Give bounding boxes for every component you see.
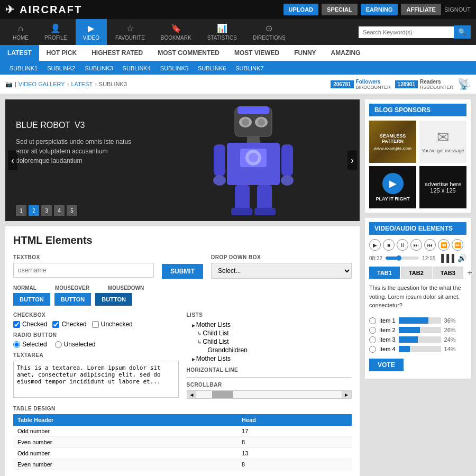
sublink-1[interactable]: SUBLINK1 bbox=[5, 64, 42, 72]
dropdown-select[interactable]: Select... bbox=[211, 263, 352, 279]
svg-rect-16 bbox=[257, 185, 272, 212]
tab-1[interactable]: TAB1 bbox=[369, 267, 400, 279]
breadcrumb-arrow-2: › bbox=[95, 81, 97, 87]
nav-statistics[interactable]: 📊 STATISTICS bbox=[200, 19, 244, 45]
checkbox-1[interactable]: Checked bbox=[13, 321, 47, 328]
tab-3[interactable]: TAB3 bbox=[433, 267, 463, 279]
poll-radio-4[interactable] bbox=[369, 346, 376, 353]
btn-mousedown[interactable]: BUTTON bbox=[95, 293, 132, 306]
nav-bar: ⌂ HOME 👤 PROFILE ▶ VIDEO ☆ FAVOURITE 🔖 B… bbox=[0, 19, 476, 45]
stop-btn[interactable]: ■ bbox=[383, 239, 395, 251]
dot-1[interactable]: 1 bbox=[16, 205, 26, 216]
pause-btn[interactable]: ⏸ bbox=[397, 239, 408, 251]
sublink-2[interactable]: SUBLINK2 bbox=[43, 64, 79, 72]
poll-bar-4 bbox=[399, 346, 410, 352]
table-cell: 8 bbox=[237, 459, 352, 470]
vote-button[interactable]: VOTE bbox=[369, 359, 404, 371]
directions-icon: ⊙ bbox=[266, 23, 272, 33]
checkbox-3[interactable]: Unchecked bbox=[92, 321, 133, 328]
checkbox-2[interactable]: Checked bbox=[52, 321, 86, 328]
grandchild-list: Grandchildren bbox=[197, 346, 352, 354]
sponsor-pattern[interactable]: SEAMLESS PATTERN www.example.com bbox=[369, 121, 416, 163]
breadcrumb-gallery[interactable]: VIDEO GALLERY bbox=[19, 81, 65, 87]
earning-button[interactable]: EARNING bbox=[361, 4, 398, 15]
subnav-funny[interactable]: FUNNY bbox=[287, 45, 323, 61]
rss-icon[interactable]: 📡 bbox=[457, 78, 471, 90]
svg-point-13 bbox=[213, 175, 226, 186]
sublink-3[interactable]: SUBLINK3 bbox=[80, 64, 117, 72]
next-btn[interactable]: ⏩ bbox=[452, 239, 463, 251]
nav-directions[interactable]: ⊙ DIRECTIONS bbox=[245, 19, 293, 45]
volume-icon[interactable]: 🔊 bbox=[457, 254, 466, 262]
radio-selected[interactable]: Selected bbox=[13, 341, 47, 348]
nav-favourite[interactable]: ☆ FAVOURITE bbox=[108, 19, 152, 45]
slider-description: Sed ut perspiciatis unde omnis iste natu… bbox=[16, 137, 132, 166]
sponsor-advertise[interactable]: advertise here 125 x 125 bbox=[419, 166, 466, 208]
play-button-icon[interactable]: ▶ bbox=[382, 173, 404, 194]
special-button[interactable]: SPECIAL bbox=[322, 4, 358, 15]
play-btn[interactable]: ▶ bbox=[369, 239, 381, 251]
home-icon: ⌂ bbox=[18, 24, 23, 33]
sponsor-play[interactable]: ▶ PLAY IT RIGHT bbox=[369, 166, 416, 208]
nav-profile[interactable]: 👤 PROFILE bbox=[37, 19, 75, 45]
slider-image bbox=[147, 99, 360, 221]
search-button[interactable]: 🔍 bbox=[454, 25, 471, 39]
table-cell: 8 bbox=[237, 437, 352, 448]
table-row: Odd number 13 bbox=[13, 448, 352, 459]
upload-button[interactable]: UPLOAD bbox=[283, 4, 318, 15]
btn-normal[interactable]: BUTTON bbox=[13, 293, 50, 306]
slider-next[interactable]: › bbox=[347, 151, 357, 170]
subnav-latest[interactable]: LATEST bbox=[0, 45, 39, 61]
scrollbar-thumb[interactable] bbox=[212, 391, 233, 398]
breadcrumb-latest[interactable]: LATEST bbox=[71, 81, 93, 87]
subnav-commented[interactable]: MOST COMMENTED bbox=[150, 45, 227, 61]
nav-video[interactable]: ▶ VIDEO bbox=[76, 19, 107, 45]
poll-bar-1 bbox=[399, 317, 428, 324]
dot-2[interactable]: 2 bbox=[29, 205, 39, 216]
table-cell: Odd number bbox=[13, 448, 237, 459]
btn-mouseover[interactable]: BUTTON bbox=[54, 293, 91, 306]
svg-rect-1 bbox=[237, 106, 269, 114]
poll-bar-3 bbox=[399, 336, 418, 343]
affiliate-button[interactable]: AFFILIATE bbox=[401, 4, 441, 15]
poll-radio-1[interactable] bbox=[369, 317, 376, 324]
nav-profile-label: PROFILE bbox=[44, 35, 67, 41]
textarea-input[interactable]: This is a textarea. Lorem ipsum dolor si… bbox=[13, 361, 179, 398]
nav-bookmark[interactable]: 🔖 BOOKMARK bbox=[153, 19, 199, 45]
search-input[interactable] bbox=[359, 26, 454, 38]
dot-3[interactable]: 3 bbox=[41, 205, 52, 216]
skip-fwd-btn[interactable]: ⏭ bbox=[410, 239, 422, 251]
subnav-hotpick[interactable]: HOT PICK bbox=[39, 45, 84, 61]
prev-btn[interactable]: ⏪ bbox=[438, 239, 450, 251]
site-name: AIRCRAFT bbox=[20, 4, 82, 16]
dot-5[interactable]: 5 bbox=[67, 205, 77, 216]
sublink-4[interactable]: SUBLINK4 bbox=[118, 64, 155, 72]
slider-prev[interactable]: ‹ bbox=[8, 151, 17, 170]
tab-add-btn[interactable]: + bbox=[464, 268, 475, 278]
subnav-amazing[interactable]: AMAZING bbox=[324, 45, 368, 61]
textbox-input[interactable] bbox=[13, 263, 154, 278]
poll-pct-3: 24% bbox=[444, 336, 456, 343]
dot-4[interactable]: 4 bbox=[54, 205, 65, 216]
subnav-viewed[interactable]: MOST VIEWED bbox=[227, 45, 287, 61]
sublink-7[interactable]: SUBLINK7 bbox=[231, 64, 268, 72]
tab-2[interactable]: TAB2 bbox=[401, 267, 432, 279]
subnav-highest[interactable]: HIGHEST RATED bbox=[84, 45, 150, 61]
sublink-6[interactable]: SUBLINK6 bbox=[194, 64, 230, 72]
scrollbar-right-btn[interactable]: ► bbox=[342, 391, 351, 398]
sponsor-mail[interactable]: ✉ You've got message bbox=[419, 121, 466, 163]
signout-button[interactable]: SIGNOUT bbox=[444, 6, 471, 13]
rew-btn[interactable]: ⏮ bbox=[424, 239, 436, 251]
scrollbar-track[interactable] bbox=[196, 391, 342, 398]
submit-button[interactable]: SUBMIT bbox=[162, 264, 203, 279]
radio-unselected[interactable]: Unselected bbox=[55, 341, 96, 348]
poll-label-4: Item 4 bbox=[379, 346, 396, 352]
progress-handle[interactable] bbox=[396, 255, 401, 261]
sublink-5[interactable]: SUBLINK5 bbox=[156, 64, 193, 72]
readers-num: 128901 bbox=[395, 80, 418, 88]
scrollbar-left-btn[interactable]: ◄ bbox=[187, 391, 197, 398]
poll-radio-3[interactable] bbox=[369, 336, 376, 343]
poll-radio-2[interactable] bbox=[369, 327, 376, 334]
nav-home[interactable]: ⌂ HOME bbox=[5, 19, 36, 45]
progress-track[interactable] bbox=[386, 257, 419, 260]
